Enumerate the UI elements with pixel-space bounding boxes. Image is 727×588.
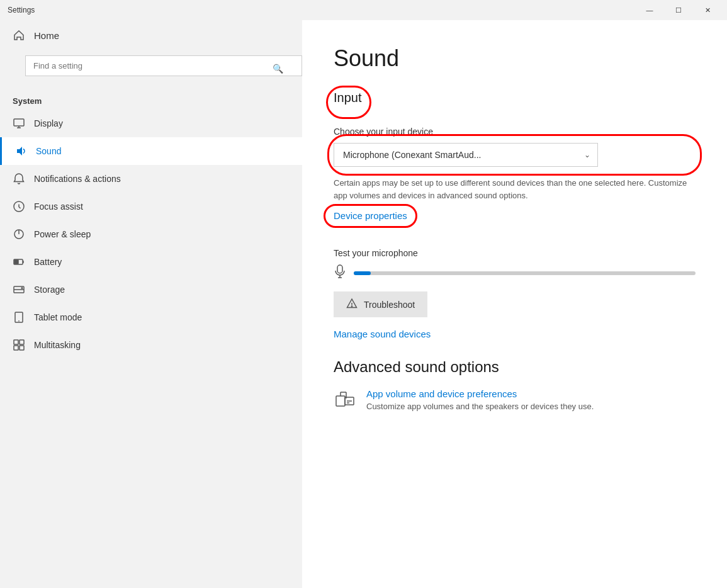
svg-rect-17 — [14, 346, 18, 350]
input-device-dropdown-wrapper: Microphone (Conexant SmartAud... ⌄ — [334, 143, 598, 167]
app-volume-desc: Customize app volumes and the speakers o… — [366, 402, 594, 411]
device-properties-link[interactable]: Device properties — [334, 210, 407, 221]
device-properties-container: Device properties — [334, 210, 696, 234]
sidebar-item-notifications[interactable]: Notifications & actions — [0, 165, 302, 193]
sound-icon — [14, 145, 27, 157]
troubleshoot-label: Troubleshoot — [364, 300, 415, 310]
search-icon: 🔍 — [273, 64, 283, 74]
input-section-title: Input — [334, 91, 361, 105]
svg-marker-3 — [17, 147, 22, 155]
display-icon — [13, 117, 25, 130]
sidebar-item-focus[interactable]: Focus assist — [0, 193, 302, 220]
sidebar-label-display: Display — [34, 118, 63, 128]
app-volume-row: App volume and device preferences Custom… — [334, 388, 696, 412]
maximize-button[interactable]: ☐ — [664, 0, 693, 20]
manage-sound-devices-link[interactable]: Manage sound devices — [334, 329, 696, 339]
mic-level-fill — [354, 271, 371, 275]
search-input[interactable] — [25, 55, 302, 76]
page-title: Sound — [334, 45, 696, 72]
microphone-icon — [334, 264, 346, 281]
sidebar-item-storage[interactable]: Storage — [0, 276, 302, 303]
input-section: Input — [334, 91, 696, 114]
svg-rect-16 — [20, 340, 24, 344]
sidebar-section-system: System — [0, 91, 302, 110]
sidebar-item-multitasking[interactable]: Multitasking — [0, 331, 302, 359]
sidebar-label-tablet: Tablet mode — [34, 312, 82, 322]
multitasking-icon — [13, 339, 25, 351]
app-volume-icon — [334, 390, 356, 412]
advanced-sound-title: Advanced sound options — [334, 358, 696, 376]
tablet-icon — [13, 311, 25, 324]
svg-rect-0 — [14, 119, 24, 126]
sidebar-label-focus: Focus assist — [34, 201, 83, 212]
svg-rect-19 — [337, 265, 342, 273]
test-mic-label: Test your microphone — [334, 248, 696, 258]
sidebar-search-container: 🔍 — [13, 53, 290, 84]
sidebar-item-power[interactable]: Power & sleep — [0, 220, 302, 248]
svg-point-12 — [21, 288, 23, 289]
focus-icon — [13, 200, 25, 213]
sidebar-item-tablet[interactable]: Tablet mode — [0, 303, 302, 331]
main-layout: Home 🔍 System Display — [0, 20, 727, 588]
home-label: Home — [34, 30, 59, 41]
input-device-container: Choose your input device Microphone (Con… — [334, 127, 696, 167]
sidebar-label-notifications: Notifications & actions — [34, 174, 121, 184]
svg-point-23 — [351, 306, 352, 307]
svg-rect-18 — [20, 346, 24, 350]
window-title: Settings — [8, 6, 35, 14]
device-properties-annotated: Device properties — [334, 210, 407, 222]
minimize-button[interactable]: — — [635, 0, 664, 20]
power-icon — [13, 228, 25, 240]
sidebar-item-display[interactable]: Display — [0, 110, 302, 137]
sidebar-label-power: Power & sleep — [34, 229, 91, 239]
notifications-icon — [13, 172, 25, 185]
sidebar-item-home[interactable]: Home — [0, 20, 302, 50]
svg-rect-24 — [336, 396, 345, 406]
input-hint-text: Certain apps may be set up to use differ… — [334, 177, 696, 201]
home-icon — [13, 29, 25, 42]
sidebar-label-multitasking: Multitasking — [34, 340, 81, 350]
app-volume-link[interactable]: App volume and device preferences — [366, 388, 594, 399]
troubleshoot-button[interactable]: Troubleshoot — [334, 291, 427, 317]
input-device-annotated: Microphone (Conexant SmartAud... ⌄ — [334, 143, 696, 167]
sidebar: Home 🔍 System Display — [0, 20, 302, 588]
window-controls: — ☐ ✕ — [635, 0, 722, 20]
app-volume-text: App volume and device preferences Custom… — [366, 388, 594, 411]
search-wrapper: 🔍 — [13, 53, 290, 84]
troubleshoot-warning-icon — [346, 298, 358, 311]
mic-level-bar — [354, 271, 696, 275]
sidebar-label-battery: Battery — [34, 257, 62, 267]
mic-level-row — [334, 264, 696, 281]
svg-rect-15 — [14, 340, 18, 344]
sidebar-item-battery[interactable]: Battery — [0, 248, 302, 276]
storage-icon — [13, 283, 25, 296]
input-section-title-annotated: Input — [334, 91, 361, 114]
choose-input-label: Choose your input device — [334, 127, 696, 137]
battery-icon — [13, 256, 25, 268]
sidebar-label-sound: Sound — [36, 146, 61, 156]
sidebar-item-sound[interactable]: Sound — [0, 137, 302, 165]
close-button[interactable]: ✕ — [693, 0, 722, 20]
sidebar-label-storage: Storage — [34, 285, 65, 295]
svg-rect-9 — [14, 260, 18, 264]
content-area: Sound Input Choose your input device Mic… — [302, 20, 727, 588]
title-bar: Settings — ☐ ✕ — [0, 0, 727, 20]
input-device-select[interactable]: Microphone (Conexant SmartAud... — [334, 143, 598, 167]
